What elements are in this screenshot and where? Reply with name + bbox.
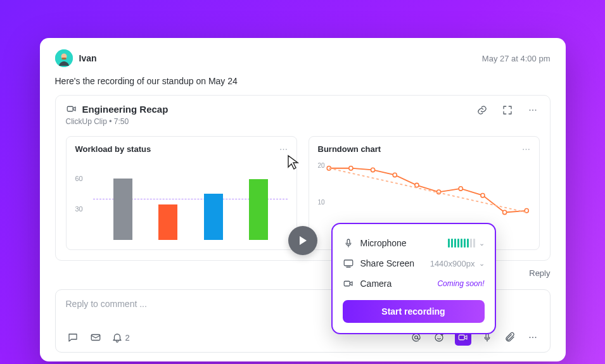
- link-icon[interactable]: [475, 103, 489, 117]
- post-header: Ivan May 27 at 4:00 pm: [55, 49, 551, 67]
- ytick: 60: [75, 175, 83, 182]
- notification-count: 2: [125, 333, 130, 342]
- svg-point-6: [535, 110, 536, 111]
- mail-icon[interactable]: [89, 330, 103, 344]
- chart-more-icon[interactable]: ⋯: [279, 144, 288, 154]
- svg-rect-28: [344, 260, 353, 266]
- svg-point-10: [393, 173, 397, 177]
- svg-point-20: [437, 336, 438, 337]
- microphone-icon: [343, 237, 354, 249]
- screen-icon: [343, 258, 354, 269]
- svg-rect-2: [61, 58, 66, 60]
- comment-card: Ivan May 27 at 4:00 pm Here's the record…: [40, 38, 566, 361]
- audio-level-icon: [448, 239, 475, 248]
- chevron-down-icon[interactable]: ⌄: [479, 260, 485, 268]
- ytick: 30: [75, 205, 83, 213]
- composer-more-icon[interactable]: [526, 330, 540, 344]
- svg-rect-22: [459, 335, 464, 340]
- svg-point-18: [414, 336, 417, 339]
- camera-row: Camera Coming soon!: [343, 273, 485, 294]
- mic-row[interactable]: Microphone ⌄: [343, 233, 485, 253]
- post-message: Here's the recording of our standup on M…: [55, 76, 551, 86]
- svg-point-5: [532, 110, 533, 111]
- svg-rect-27: [347, 239, 350, 244]
- post-timestamp: May 27 at 4:00 pm: [482, 54, 551, 63]
- svg-rect-29: [344, 281, 350, 286]
- workload-bars: 60 30: [75, 158, 288, 240]
- svg-point-11: [414, 183, 418, 187]
- bell-icon[interactable]: 2: [111, 330, 130, 344]
- svg-point-4: [529, 110, 530, 111]
- mic-label: Microphone: [360, 238, 407, 248]
- svg-point-21: [440, 336, 440, 337]
- video-icon: [343, 278, 354, 289]
- workload-chart-title: Workload by status: [75, 144, 151, 154]
- svg-point-8: [348, 166, 352, 170]
- svg-point-26: [535, 337, 536, 338]
- author-name: Ivan: [79, 53, 97, 63]
- share-row[interactable]: Share Screen 1440x900px ⌄: [343, 253, 485, 273]
- more-icon[interactable]: [526, 103, 540, 117]
- svg-point-15: [502, 210, 506, 214]
- camera-label: Camera: [360, 279, 392, 289]
- bar: [113, 179, 132, 241]
- bar: [204, 194, 223, 240]
- clip-title: Engineering Recap: [82, 104, 169, 115]
- expand-icon[interactable]: [500, 103, 514, 117]
- svg-point-24: [529, 337, 530, 338]
- chart-more-icon[interactable]: ⋯: [522, 144, 530, 154]
- start-recording-button[interactable]: Start recording: [343, 300, 485, 323]
- bar: [158, 204, 177, 240]
- clip-subtitle: ClickUp Clip • 7:50: [66, 117, 169, 126]
- chat-icon[interactable]: [66, 330, 80, 344]
- workload-chart-card: Workload by status ⋯ 60 30: [66, 136, 297, 250]
- bar: [249, 179, 268, 240]
- burndown-chart-title: Burndown chart: [318, 144, 381, 154]
- reply-button[interactable]: Reply: [529, 268, 550, 278]
- camera-coming-soon: Coming soon!: [437, 279, 484, 288]
- share-resolution: 1440x900px: [430, 259, 475, 268]
- post-author-block: Ivan: [55, 49, 97, 67]
- svg-point-13: [459, 187, 462, 191]
- chevron-down-icon[interactable]: ⌄: [479, 239, 485, 248]
- svg-rect-23: [486, 334, 488, 339]
- attachment-icon[interactable]: [503, 330, 517, 344]
- video-icon: [66, 103, 77, 115]
- share-label: Share Screen: [360, 258, 415, 268]
- recording-popup: Microphone ⌄ Share Screen 1440x900px ⌄ C…: [331, 223, 496, 334]
- svg-point-9: [371, 168, 374, 172]
- svg-rect-17: [91, 335, 100, 341]
- svg-point-14: [480, 193, 484, 197]
- play-button[interactable]: [288, 226, 317, 255]
- avatar[interactable]: [55, 49, 73, 67]
- svg-rect-3: [67, 106, 73, 111]
- svg-point-25: [532, 337, 533, 338]
